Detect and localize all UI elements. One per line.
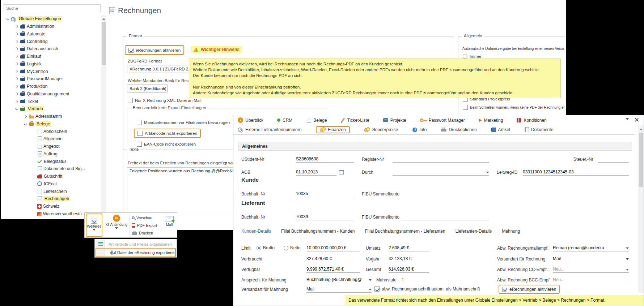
expander-closed-icon[interactable] xyxy=(14,99,18,103)
immer-radio[interactable] xyxy=(463,54,467,59)
tab-externe-lieferantennummern[interactable]: Externe Lieferantennummern xyxy=(238,127,301,133)
leitweg-value[interactable]: 03011000-1234512345-03 xyxy=(523,169,629,176)
fibu-field[interactable] xyxy=(402,191,489,197)
calendar-icon[interactable] xyxy=(339,170,344,174)
steuer-field[interactable] xyxy=(598,156,629,163)
tree-item-ticket[interactable]: Ticket xyxy=(1,98,100,105)
xrechnung-xml-checkbox[interactable] xyxy=(128,98,133,103)
fibu-field[interactable] xyxy=(402,214,489,220)
expander-closed-icon[interactable] xyxy=(23,115,27,118)
gesamt-value[interactable]: 614.926,03 € xyxy=(389,267,429,273)
expander-closed-icon[interactable] xyxy=(14,25,18,29)
tree-item-abholschein[interactable]: Abholschein xyxy=(1,128,100,135)
mandanten-bank-select[interactable]: Bank 2 (Kreditbank) xyxy=(127,85,168,92)
expander-closed-icon[interactable] xyxy=(14,47,18,51)
tab-dokumente[interactable]: Dokumente xyxy=(525,127,553,132)
weiteres-button[interactable]: Weiteres xyxy=(86,214,102,237)
tree-scrollbar[interactable] xyxy=(101,15,106,218)
expander-closed-icon[interactable] xyxy=(14,32,18,36)
drucken-button[interactable]: Drucken xyxy=(132,230,164,236)
kunde-buchhalt-value[interactable]: 10035 xyxy=(296,191,354,197)
expander-open-icon[interactable] xyxy=(5,17,9,21)
window-scrollbar[interactable] xyxy=(638,125,644,293)
close-icon[interactable] xyxy=(635,118,639,122)
versandart-mahnung-select[interactable]: Mail xyxy=(306,286,372,293)
schliessen-warnen-checkbox[interactable] xyxy=(463,105,468,110)
expander-open-icon[interactable] xyxy=(14,107,18,111)
tree-item-qualitaetsmanagement[interactable]: Qualitätsmanagement xyxy=(1,90,100,98)
tree-item-globale-einstellungen[interactable]: Globale Einstellungen xyxy=(1,15,100,23)
tab-belege[interactable]: Belege xyxy=(306,118,327,123)
tab-crm[interactable]: CRM xyxy=(277,118,292,123)
tab-artikel[interactable]: Artikel xyxy=(491,127,510,132)
register-field[interactable] xyxy=(393,156,489,163)
tree-item-logistik[interactable]: Logistik xyxy=(1,60,100,68)
abw-anschrift-checkbox[interactable] xyxy=(374,286,380,292)
mandantennamen-checkbox[interactable] xyxy=(137,120,142,125)
tab-konditionen[interactable]: Konditionen xyxy=(517,118,546,123)
tree-item-dokumente-und-sig[interactable]: Dokumente und Sig... xyxy=(1,165,100,173)
lieferant-buchhalt-value[interactable]: 70039 xyxy=(296,214,354,220)
versandart-rechnung-select[interactable]: Mail xyxy=(553,256,629,262)
limit-value[interactable]: 10.000.000.000,00 € xyxy=(306,245,360,251)
menu-item-xml-export[interactable]: xml-Datei der eRechnung exportieren xyxy=(96,248,176,257)
expander-closed-icon[interactable] xyxy=(14,62,18,66)
vorjahr-value[interactable]: 42.123,13 € xyxy=(389,256,429,262)
tab-passwort-manager[interactable]: Passwort Manager xyxy=(420,118,465,123)
abw-mail-select[interactable]: Reman (reman@sonderku xyxy=(553,245,629,251)
subtab-filial-kunden[interactable]: Filial Buchhaltungsnummern - Kunden xyxy=(281,229,355,234)
expander-closed-icon[interactable] xyxy=(14,77,18,81)
tree-item-rechnungen[interactable]: Rechnungen xyxy=(1,195,100,203)
pdf-export-button[interactable]: PDF-Export xyxy=(132,222,164,229)
ansprech-select[interactable]: Buchhaltung (Buchhaltung@ xyxy=(306,277,372,283)
tree-item-auftrag[interactable]: Auftrag xyxy=(1,150,100,158)
mahnstufe-value[interactable]: 1 xyxy=(402,277,416,283)
expander-closed-icon[interactable] xyxy=(14,85,18,89)
scrollbar-thumb[interactable] xyxy=(639,133,643,187)
tree-item-belege[interactable]: Belege xyxy=(1,120,100,128)
expander-closed-icon[interactable] xyxy=(14,69,18,73)
tab-ueberblick[interactable]: Überblick xyxy=(238,117,263,123)
agb-value[interactable]: 01.10.2013 xyxy=(296,169,336,176)
tree-item-lieferschein[interactable]: Lieferschein xyxy=(1,188,100,195)
expander-open-icon[interactable] xyxy=(23,122,27,126)
tree-item-allgemein[interactable]: Allgemein xyxy=(1,135,100,143)
tree-item-adressstamm[interactable]: Adressstamm xyxy=(1,113,100,120)
tree-item-einkauf[interactable]: Einkauf xyxy=(1,53,100,60)
bcc-empf-field[interactable]: Neu... xyxy=(553,277,629,283)
verbraucht-value[interactable]: 327.428,60 € xyxy=(306,256,360,262)
tree-item-angebot[interactable]: Angebot xyxy=(1,143,100,150)
subtab-kunden-details[interactable]: Kunden-Details xyxy=(241,229,271,234)
subtab-lieferanten-details[interactable]: Lieferanten-Details xyxy=(456,229,492,234)
expander-closed-icon[interactable] xyxy=(14,92,18,96)
vorschau-button[interactable]: Vorschau xyxy=(132,215,164,221)
scrollbar-thumb[interactable] xyxy=(102,22,106,65)
tree-item-controlling[interactable]: Controlling xyxy=(1,38,100,45)
subtab-filial-lieferanten[interactable]: Filial Buchhaltungsnummern - Lieferanten xyxy=(365,229,445,234)
umsatz-value[interactable]: 2.608,49 € xyxy=(389,245,429,251)
tree-item-automate[interactable]: Automate xyxy=(1,30,100,38)
expander-closed-icon[interactable] xyxy=(14,55,18,59)
tab-druckoptionen[interactable]: Druckoptionen xyxy=(441,127,476,132)
tree-item-icecat[interactable]: ICEcat xyxy=(1,180,100,188)
scroll-up-icon[interactable] xyxy=(102,17,105,20)
brutto-radio[interactable] xyxy=(257,246,261,250)
tab-info[interactable]: Info xyxy=(412,127,427,132)
ustident-value[interactable]: SZ8608608 xyxy=(296,156,354,163)
tree-item-produktion[interactable]: Produktion xyxy=(1,83,100,90)
tree-item-gutschrift[interactable]: Gutschrift xyxy=(1,173,100,180)
tree-item-datenaustausch[interactable]: Datenaustausch xyxy=(1,45,100,53)
durch-select[interactable] xyxy=(393,169,489,176)
ean-checkbox[interactable] xyxy=(137,142,142,147)
tab-projekte[interactable]: Projekte xyxy=(383,118,406,123)
subtab-mahnung[interactable]: Mahnung xyxy=(502,229,520,234)
tree-item-vertrieb[interactable]: Vertrieb xyxy=(1,105,100,113)
tree-item-schweiz[interactable]: Schweiz xyxy=(1,203,100,210)
tab-sonderpreise[interactable]: Sonderpreise xyxy=(364,127,398,132)
erechnungen-aktivieren-checkbox[interactable] xyxy=(128,48,134,53)
cc-empf-select[interactable]: Neu... xyxy=(553,267,629,273)
tab-finanzen[interactable]: Finanzen xyxy=(316,126,349,133)
tab-ticket-liste[interactable]: Ticket-Liste xyxy=(341,118,369,123)
expander-closed-icon[interactable] xyxy=(14,39,18,43)
tree-item-passwordmanager[interactable]: PasswordManager xyxy=(1,75,100,83)
